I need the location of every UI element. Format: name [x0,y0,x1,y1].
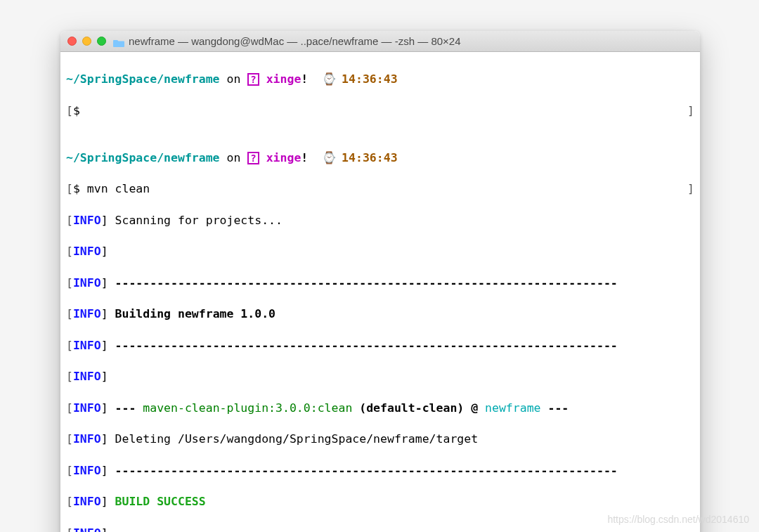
log-line: [INFO] Deleting /Users/wangdong/SpringSp… [66,432,694,447]
command-line: [$ ] [66,103,694,119]
log-line: [INFO] [66,369,694,384]
command-text: $ mvn clean [73,181,150,197]
log-line: [INFO] ---------------------------------… [66,526,694,532]
build-target: Building newframe 1.0.0 [108,306,275,322]
watch-icon: ⌚ [322,72,335,87]
log-line: [INFO] ---------------------------------… [66,463,694,479]
command-line: [$ mvn clean] [66,181,694,197]
log-line: [INFO] ---------------------------------… [66,338,694,353]
log-line: [INFO] [66,244,694,259]
artifact-name: newframe [485,401,540,416]
folder-icon [113,37,124,46]
close-icon[interactable] [67,37,77,46]
git-branch: xinge [266,72,301,86]
log-line: [INFO] BUILD SUCCESS [66,494,694,510]
minimize-icon[interactable] [82,37,91,46]
log-line: [INFO] --- maven-clean-plugin:3.0.0:clea… [66,401,694,416]
window-title: newframe — wangdong@wdMac — ..pace/newfr… [129,35,461,47]
title-bar[interactable]: newframe — wangdong@wdMac — ..pace/newfr… [60,31,700,52]
log-line: [INFO] ---------------------------------… [66,275,694,291]
traffic-lights [67,37,106,46]
maximize-icon[interactable] [97,37,106,46]
build-success: BUILD SUCCESS [108,494,206,510]
plugin-name: maven-clean-plugin:3.0.0:clean [143,401,352,416]
terminal-body[interactable]: ~/SpringSpace/newframe on ? xinge! ⌚ 14:… [60,52,700,532]
prompt-path: ~/SpringSpace/newframe [66,72,220,86]
prompt-line: ~/SpringSpace/newframe on ? xinge! ⌚ 14:… [66,150,694,166]
git-status-icon: ? [247,152,259,164]
watermark: https://blog.csdn.net/wd2014610 [607,514,749,525]
git-status-icon: ? [247,73,259,86]
prompt-time: 14:36:43 [342,72,397,86]
log-level: INFO [73,213,101,228]
watch-icon: ⌚ [322,150,335,166]
log-line: [INFO] Building newframe 1.0.0 [66,306,694,322]
prompt-line: ~/SpringSpace/newframe on ? xinge! ⌚ 14:… [66,72,694,87]
terminal-window: newframe — wangdong@wdMac — ..pace/newfr… [60,31,700,532]
log-line: [INFO] Scanning for projects... [66,213,694,228]
